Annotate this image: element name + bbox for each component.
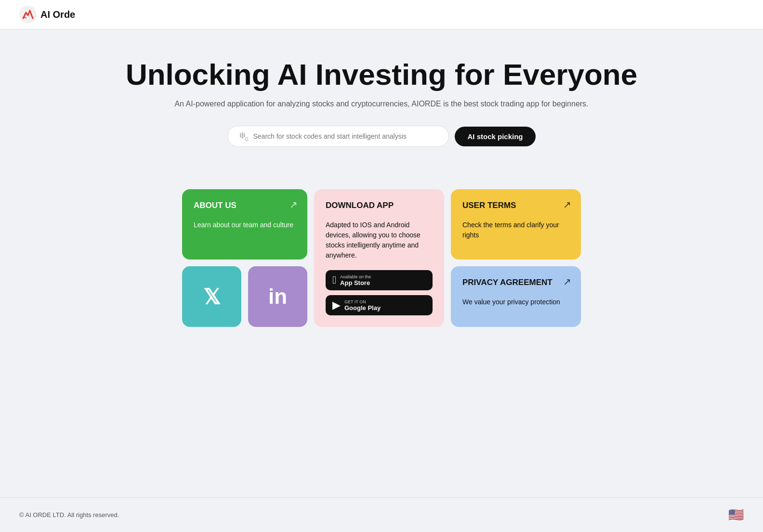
ai-stock-picking-button[interactable]: AI stock picking [455,127,535,146]
about-us-title: ABOUT US [194,201,296,210]
privacy-description: We value your privacy protection [462,297,569,307]
linkedin-symbol: in [268,285,287,309]
user-terms-card[interactable]: ↗ USER TERMS Check the terms and clarify… [451,189,581,260]
hero-section: Unlocking AI Investing for Everyone An A… [0,29,763,189]
search-box [227,126,449,147]
logo-icon [19,6,37,23]
voice-search-icon [237,131,248,142]
hero-title: Unlocking AI Investing for Everyone [10,58,753,91]
svg-rect-2 [240,133,241,138]
app-store-button[interactable]:  Available on the App Store [326,270,433,290]
google-play-button[interactable]: ▶ GET IT ON Google Play [326,295,433,315]
appstore-sub: Available on the [340,274,371,279]
about-us-arrow: ↗ [289,199,298,210]
download-app-card: DOWNLOAD APP Adapted to IOS and Android … [314,189,444,327]
svg-line-6 [248,140,249,141]
logo-text: AI Orde [40,9,75,20]
download-description: Adapted to IOS and Android devices, allo… [326,220,433,260]
social-cards-wrapper: 𝕏 in [182,266,307,327]
cards-grid: ↗ ABOUT US Learn about our team and cult… [0,189,763,356]
google-play-icon: ▶ [332,299,341,311]
terms-description: Check the terms and clarify your rights [462,220,569,240]
linkedin-card[interactable]: in [248,266,307,327]
privacy-arrow: ↗ [563,276,571,287]
search-input[interactable] [253,132,439,140]
hero-subtitle: An AI-powered application for analyzing … [10,100,753,108]
footer: © AI ORDE LTD. All rights reserved. 🇺🇸 [0,497,763,532]
privacy-agreement-card[interactable]: ↗ PRIVACY AGREEMENT We value your privac… [451,266,581,327]
googleplay-main: Google Play [344,304,381,311]
flag-icon: 🇺🇸 [728,507,744,522]
about-us-card[interactable]: ↗ ABOUT US Learn about our team and cult… [182,189,307,260]
store-buttons:  Available on the App Store ▶ GET IT ON… [326,260,433,315]
svg-rect-4 [244,133,245,137]
apple-icon:  [332,274,336,286]
terms-title: USER TERMS [462,201,569,210]
search-row: AI stock picking [10,126,753,147]
download-title: DOWNLOAD APP [326,201,433,210]
logo[interactable]: AI Orde [19,6,75,23]
about-us-description: Learn about our team and culture [194,220,296,230]
copyright-text: © AI ORDE LTD. All rights reserved. [19,511,119,519]
svg-rect-3 [242,132,243,139]
twitter-card[interactable]: 𝕏 [182,266,241,327]
privacy-title: PRIVACY AGREEMENT [462,278,569,287]
googleplay-sub: GET IT ON [344,299,381,304]
header: AI Orde [0,0,763,29]
appstore-main: App Store [340,279,371,286]
terms-arrow: ↗ [563,199,571,210]
twitter-x-symbol: 𝕏 [203,285,220,309]
